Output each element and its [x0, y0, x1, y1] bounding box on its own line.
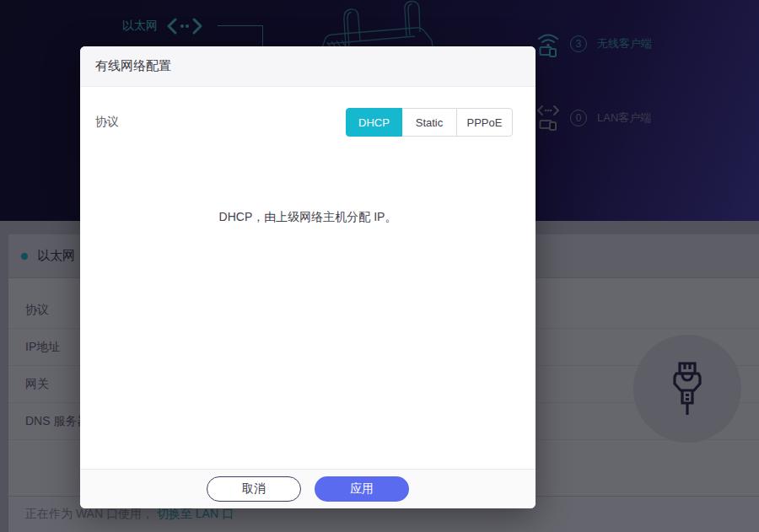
protocol-option-static[interactable]: Static — [401, 108, 457, 137]
protocol-label: 协议 — [95, 115, 119, 130]
protocol-setting-row: 协议 DHCP Static PPPoE — [95, 108, 513, 137]
protocol-option-pppoe[interactable]: PPPoE — [456, 108, 513, 137]
modal-footer: 取消 应用 — [80, 469, 536, 508]
protocol-description: DHCP，由上级网络主机分配 IP。 — [80, 210, 536, 225]
apply-button[interactable]: 应用 — [315, 476, 409, 502]
modal-title: 有线网络配置 — [95, 58, 171, 74]
modal-body: 协议 DHCP Static PPPoE DHCP，由上级网络主机分配 IP。 — [80, 87, 536, 469]
modal-header: 有线网络配置 — [80, 46, 536, 87]
protocol-segmented-control: DHCP Static PPPoE — [346, 108, 513, 137]
protocol-option-dhcp[interactable]: DHCP — [346, 108, 402, 137]
wired-config-modal: 有线网络配置 协议 DHCP Static PPPoE DHCP，由上级网络主机… — [80, 46, 536, 508]
cancel-button[interactable]: 取消 — [207, 476, 301, 502]
